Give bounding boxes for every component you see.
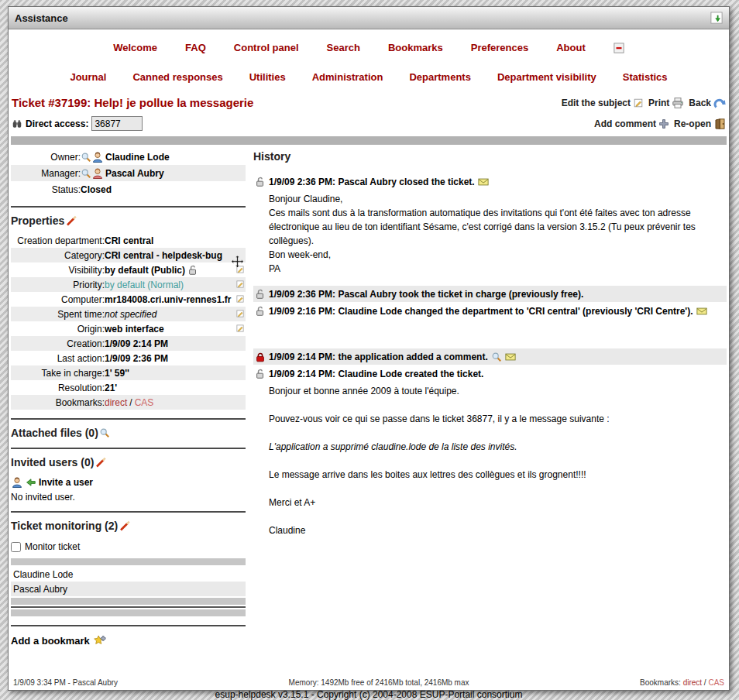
reopen-label: Re-open [674,118,711,129]
edit-property-icon[interactable] [235,294,245,304]
property-row: Visibility:by default (Public) [11,262,246,277]
monitor-ticket-label: Monitor ticket [25,541,80,552]
monitoring-user-row: Claudine Lode [11,567,246,582]
property-row: Creation department:CRI central [11,233,246,248]
mail-icon[interactable] [478,177,489,187]
nav-administration[interactable]: Administration [312,71,383,83]
footer-bookmarks: Bookmarks: direct / CAS [640,678,724,687]
direct-access-input[interactable] [91,116,143,131]
history-entry-text: 1/9/09 2:16 PM: Claudine Lode changed th… [269,306,693,317]
ticket-title: Ticket #37199: Help! je pollue la messag… [12,96,253,109]
property-row: Spent time:not specified [11,307,246,321]
property-value-text: by default (Public) [105,265,185,276]
manager-label: Manager: [11,168,81,179]
property-row: Take in charge:1' 59'' [11,365,246,380]
property-row: Creation:1/9/09 2:14 PM [11,336,246,351]
history-entry-text: 1/9/09 2:36 PM: Pascal Aubry took the ti… [269,289,583,300]
add-bookmark-button[interactable]: Add a bookmark [11,634,246,647]
attached-files-magnifier-icon[interactable] [99,427,110,438]
history-entry-header: 1/9/09 2:14 PM: Claudine Lode created th… [253,365,727,382]
invited-users-label: Invited users (0) [11,456,94,468]
history-entry-text: 1/9/09 2:14 PM: Claudine Lode created th… [269,369,483,379]
nav-canned-responses[interactable]: Canned responses [132,71,222,83]
attached-files-label: Attached files (0) [11,427,98,439]
detach-window-icon[interactable] [710,12,723,24]
history-paragraph: Bon week-end, [269,248,727,262]
monitor-list-footer-bar2 [11,609,246,616]
history-entry-text: 1/9/09 2:14 PM: the application added a … [269,352,488,362]
edit-properties-wand-icon[interactable] [65,214,77,227]
properties-heading: Properties [11,214,246,227]
nav-preferences[interactable]: Preferences [471,42,528,53]
footer-status-row: 1/9/09 3:34 PM - Pascal Aubry Memory: 14… [13,678,724,687]
history-panel: History 1/9/09 2:36 PM: Pascal Aubry clo… [246,149,727,651]
monitor-list-footer-bar [11,598,246,605]
divider [11,448,246,449]
divider [11,206,246,208]
property-row: Computer:mr184008.cri.univ-rennes1.fr [11,292,246,307]
edit-property-icon[interactable] [235,280,245,289]
history-entry: 1/9/09 2:14 PM: the application added a … [253,348,727,365]
print-label: Print [648,98,669,108]
open-lock-icon [255,306,266,317]
nav-departments[interactable]: Departments [409,71,470,83]
separator-bar [11,136,727,145]
nav-utilities[interactable]: Utilities [249,71,286,83]
bookmark-link-direct[interactable]: direct [105,397,127,408]
no-invited-user-text: No invited user. [11,492,246,503]
mail-icon[interactable] [505,352,516,362]
properties-table: Creation department:CRI centralCategory:… [11,233,246,410]
history-entry-text: 1/9/09 2:36 PM: Pascal Aubry closed the … [269,177,475,187]
footer-copyright: esup-helpdesk v3.15.1 - Copyright (c) 20… [13,689,724,700]
bookmark-link-cas[interactable]: CAS [135,397,154,408]
edit-monitoring-wand-icon[interactable] [119,520,131,532]
history-entry: 1/9/09 2:36 PM: Pascal Aubry closed the … [253,173,727,285]
footer-bookmark-link-cas[interactable]: CAS [708,678,724,687]
nav-about[interactable]: About [556,42,586,53]
arrow-left-green-icon [26,477,36,488]
history-heading: History [253,150,727,163]
printer-icon [672,97,684,109]
property-label: Visibility: [11,265,105,276]
monitor-ticket-checkbox[interactable] [11,542,21,552]
nav-department-visibility[interactable]: Department visibility [497,71,596,83]
nav-statistics[interactable]: Statistics [623,71,668,83]
monitor-list: Claudine LodePascal Aubry [11,567,246,596]
property-value-text: 1' 59'' [105,368,129,379]
edit-property-icon[interactable] [235,324,245,333]
nav-welcome[interactable]: Welcome [113,42,157,53]
main-menu: WelcomeFAQControl panelSearchBookmarksPr… [9,42,729,53]
nav-search[interactable]: Search [327,42,360,53]
property-value: 1/9/09 2:36 PM [105,353,168,364]
history-paragraph: Ces mails sont dus à la transformation a… [269,206,727,248]
edit-subject-button[interactable]: Edit the subject [562,98,644,108]
property-label: Origin: [11,324,105,335]
ticket-monitoring-heading: Ticket monitoring (2) [11,520,246,532]
property-value: by default (Normal) [105,280,184,290]
add-comment-button[interactable]: Add comment [594,118,669,129]
property-value: direct/CAS [105,397,153,408]
print-button[interactable]: Print [648,97,684,109]
nav-bookmarks[interactable]: Bookmarks [388,42,443,53]
direct-access: Direct access: [12,116,143,131]
edit-invited-wand-icon[interactable] [95,456,107,468]
nav-faq[interactable]: FAQ [185,42,206,53]
collapse-menu-icon[interactable] [614,43,624,53]
reopen-button[interactable]: Re-open [674,118,726,130]
mail-icon[interactable] [696,306,707,317]
ticket-header: Ticket #37199: Help! je pollue la messag… [9,96,729,109]
back-button[interactable]: Back [689,97,726,109]
invite-a-user-button[interactable]: Invite a user [11,476,246,489]
footer-bookmark-link-direct[interactable]: direct [683,678,702,687]
manager-menu: JournalCanned responsesUtilitiesAdminist… [9,71,729,83]
divider [11,625,246,626]
plus-icon [658,118,669,129]
nav-journal[interactable]: Journal [70,71,106,83]
owner-magnifier-icon[interactable] [81,152,91,163]
edit-property-icon[interactable] [235,309,245,318]
magnifier-icon[interactable] [491,352,502,362]
manager-magnifier-icon[interactable] [81,168,91,179]
invite-person-icon [11,476,23,489]
back-arrow-icon [713,97,726,109]
nav-control-panel[interactable]: Control panel [234,42,299,53]
